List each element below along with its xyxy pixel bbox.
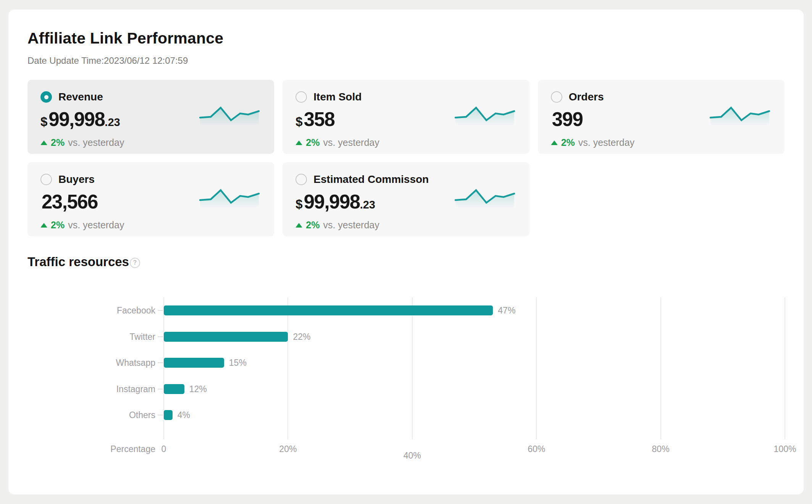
- metric-head: Estimated Commisson: [295, 173, 516, 186]
- metric-label: Item Sold: [313, 91, 362, 103]
- metric-change-pct: 2%: [51, 220, 65, 231]
- date-update-time: Date Update Time:2023/06/12 12:07:59: [27, 55, 785, 66]
- sparkline-chart: [452, 103, 517, 128]
- category-label-twitter: Twitter: [27, 331, 155, 342]
- metric-change-pct: 2%: [306, 220, 320, 231]
- metric-change-suffix: vs. yesterday: [68, 137, 124, 148]
- traffic-resources-title: Traffic resources: [27, 255, 129, 269]
- metric-change-suffix: vs. yesterday: [323, 220, 379, 231]
- bar-instagram: [164, 384, 184, 394]
- x-tick-label-0: 0: [161, 444, 166, 454]
- chart-gridline: [287, 297, 288, 439]
- metric-change-suffix: vs. yesterday: [323, 137, 379, 148]
- sparkline-chart: [197, 103, 262, 128]
- x-tick-label-80: 80%: [652, 444, 670, 454]
- metric-radio[interactable]: [551, 91, 562, 103]
- bar-value-label-whatsapp: 15%: [229, 358, 247, 368]
- bar-value-label-twitter: 22%: [293, 332, 310, 342]
- metric-label: Estimated Commisson: [313, 173, 429, 186]
- bar-facebook: [164, 305, 493, 315]
- bar-twitter: [164, 332, 288, 342]
- chart-gridline: [536, 297, 537, 439]
- metric-change-pct: 2%: [51, 137, 65, 148]
- chart-gridline: [412, 297, 413, 439]
- metric-value-int: 399: [552, 108, 583, 131]
- bar-others: [164, 410, 173, 420]
- chart-gridline: [660, 297, 661, 439]
- metric-change: 2% vs. yesterday: [295, 137, 516, 148]
- metric-card-revenue[interactable]: Revenue $ 99,998 .23 2% vs. yesterday: [27, 80, 274, 154]
- arrow-up-icon: [295, 141, 302, 145]
- metric-radio[interactable]: [295, 174, 307, 185]
- category-label-others: Others: [27, 410, 155, 420]
- x-tick-label-100: 100%: [774, 444, 796, 454]
- sparkline-chart: [707, 103, 772, 128]
- category-label-instagram: Instagram: [27, 384, 155, 394]
- metric-head: Item Sold: [295, 91, 516, 103]
- metric-head: Buyers: [40, 173, 261, 186]
- metric-change-suffix: vs. yesterday: [578, 137, 634, 148]
- x-axis-title: Percentage: [27, 444, 155, 454]
- metric-change: 2% vs. yesterday: [40, 220, 261, 231]
- arrow-up-icon: [295, 223, 302, 228]
- metric-currency: $: [295, 197, 302, 212]
- metric-change-suffix: vs. yesterday: [68, 220, 124, 231]
- x-tick-label-60: 60%: [528, 444, 545, 454]
- page-title: Affiliate Link Performance: [27, 29, 785, 47]
- metric-card-item-sold[interactable]: Item Sold $ 358 2% vs. yesterday: [283, 80, 529, 154]
- metric-label: Orders: [569, 91, 604, 103]
- metric-head: Revenue: [40, 91, 261, 103]
- metric-radio[interactable]: [40, 174, 52, 185]
- metric-currency: $: [295, 115, 302, 129]
- metric-radio[interactable]: [295, 91, 307, 103]
- metric-card-orders[interactable]: Orders 399 2% vs. yesterday: [538, 80, 785, 154]
- x-tick-label-40: 40%: [404, 450, 421, 461]
- metric-value-dec: .23: [360, 199, 375, 211]
- sparkline-chart: [197, 185, 262, 210]
- metric-head: Orders: [551, 91, 772, 103]
- sparkline-chart: [452, 185, 517, 210]
- metric-value-int: 23,566: [42, 191, 98, 213]
- category-label-whatsapp: Whatsapp: [27, 357, 155, 368]
- metric-radio[interactable]: [40, 91, 52, 103]
- bar-value-label-facebook: 47%: [498, 305, 515, 315]
- radio-dot-icon: [299, 95, 303, 99]
- bar-whatsapp: [164, 358, 224, 368]
- metric-card-buyers[interactable]: Buyers 23,566 2% vs. yesterday: [27, 162, 274, 236]
- chart-gridline: [785, 297, 785, 439]
- metric-value-int: 358: [304, 108, 335, 131]
- metric-currency: $: [40, 115, 47, 129]
- bar-value-label-instagram: 12%: [189, 384, 207, 394]
- category-label-facebook: Facebook: [27, 305, 155, 316]
- help-icon[interactable]: ?: [130, 258, 140, 268]
- traffic-section-head: Traffic resources ?: [27, 255, 785, 269]
- traffic-bar-chart: Facebook47%Twitter22%Whatsapp15%Instagra…: [27, 282, 785, 462]
- arrow-up-icon: [551, 141, 558, 145]
- metric-value-dec: .23: [105, 116, 120, 129]
- metric-value-int: 99,998: [304, 191, 360, 213]
- category-tick: [158, 362, 163, 363]
- metric-change: 2% vs. yesterday: [295, 220, 516, 231]
- radio-dot-icon: [44, 178, 48, 182]
- category-tick: [158, 415, 163, 415]
- x-tick-label-20: 20%: [279, 444, 297, 454]
- metric-change: 2% vs. yesterday: [551, 137, 772, 148]
- metric-card-estimated-commisson[interactable]: Estimated Commisson $ 99,998 .23 2% vs. …: [283, 162, 529, 236]
- radio-dot-icon: [554, 95, 559, 99]
- metric-change-pct: 2%: [561, 137, 575, 148]
- affiliate-performance-panel: Affiliate Link Performance Date Update T…: [8, 10, 804, 494]
- bar-value-label-others: 4%: [178, 410, 190, 420]
- category-tick: [158, 310, 163, 311]
- radio-dot-icon: [299, 178, 303, 182]
- category-tick: [158, 336, 163, 337]
- category-tick: [158, 389, 163, 389]
- arrow-up-icon: [40, 141, 47, 145]
- metric-value-int: 99,998: [48, 108, 105, 131]
- arrow-up-icon: [40, 223, 47, 228]
- metric-label: Buyers: [58, 173, 95, 186]
- metric-change-pct: 2%: [306, 137, 320, 148]
- radio-dot-icon: [44, 95, 48, 99]
- metrics-grid: Revenue $ 99,998 .23 2% vs. yesterday It…: [27, 80, 785, 236]
- metric-label: Revenue: [58, 91, 103, 103]
- metric-change: 2% vs. yesterday: [40, 137, 261, 148]
